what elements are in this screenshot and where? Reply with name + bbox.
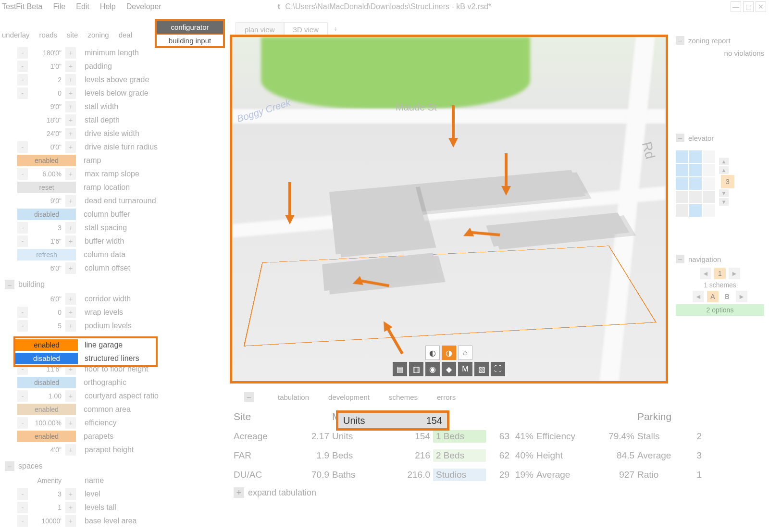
value-field[interactable]: 4'0" bbox=[29, 444, 65, 456]
value-field[interactable]: 1 bbox=[29, 502, 65, 513]
increment-button[interactable]: + bbox=[65, 128, 76, 139]
value-field[interactable]: 1'6" bbox=[29, 235, 65, 247]
toggle-common-area[interactable]: enabled bbox=[17, 404, 76, 415]
decrement-button[interactable]: - bbox=[17, 235, 28, 247]
tab-roads[interactable]: roads bbox=[39, 31, 58, 42]
value-field[interactable]: 6.00% bbox=[29, 168, 65, 180]
increment-button[interactable]: + bbox=[65, 262, 76, 274]
line-garage-enabled[interactable]: enabled bbox=[15, 339, 78, 351]
value-field[interactable]: 5 bbox=[29, 320, 65, 332]
toggle-column-buffer[interactable]: disabled bbox=[17, 209, 76, 220]
option-b[interactable]: B bbox=[721, 293, 733, 300]
decrement-button[interactable]: - bbox=[17, 168, 28, 180]
value-field[interactable]: 6'0" bbox=[29, 293, 65, 305]
value-field[interactable]: 10000' bbox=[29, 515, 65, 527]
scheme-number[interactable]: 1 bbox=[714, 268, 726, 279]
toggle-column-data[interactable]: refresh bbox=[17, 249, 76, 260]
nav-prev[interactable]: ◄ bbox=[700, 268, 711, 279]
tab-schemes[interactable]: schemes bbox=[389, 393, 418, 401]
value-field[interactable]: 18'0" bbox=[29, 114, 65, 126]
increment-button[interactable]: + bbox=[65, 141, 76, 153]
value-field[interactable]: 24'0" bbox=[29, 128, 65, 139]
decrement-button[interactable]: - bbox=[17, 515, 28, 527]
vp-btn-3[interactable]: ◉ bbox=[425, 362, 440, 376]
toggle-parapets[interactable]: enabled bbox=[17, 431, 76, 442]
tab-site[interactable]: site bbox=[67, 31, 78, 42]
increment-button[interactable]: + bbox=[65, 488, 76, 500]
collapse-spaces-icon[interactable]: – bbox=[5, 461, 14, 471]
elevator-level[interactable]: 3 bbox=[721, 175, 734, 188]
decrement-button[interactable]: - bbox=[17, 488, 28, 500]
increment-button[interactable]: + bbox=[65, 114, 76, 126]
decrement-button[interactable]: - bbox=[17, 74, 28, 86]
tab-development[interactable]: development bbox=[328, 393, 370, 401]
toggle-ramp[interactable]: enabled bbox=[17, 155, 76, 166]
value-field[interactable]: 3 bbox=[29, 222, 65, 234]
contrast-icon[interactable]: ◑ bbox=[442, 346, 456, 360]
value-field[interactable]: 180'0" bbox=[29, 47, 65, 59]
decrement-button[interactable]: - bbox=[17, 47, 28, 59]
increment-button[interactable]: + bbox=[65, 47, 76, 59]
decrement-button[interactable]: - bbox=[17, 87, 28, 99]
3d-viewport[interactable]: Maude St Boggy Creek Rd ◐ ◑ ⌂ ▤ bbox=[230, 35, 668, 384]
maximize-button[interactable]: ▢ bbox=[743, 1, 754, 12]
configurator-dropdown[interactable]: configurator building input bbox=[155, 19, 225, 48]
increment-button[interactable]: + bbox=[65, 195, 76, 207]
increment-button[interactable]: + bbox=[65, 101, 76, 112]
increment-button[interactable]: + bbox=[65, 168, 76, 180]
elevator-grid[interactable] bbox=[676, 150, 715, 217]
option-a[interactable]: A bbox=[707, 291, 719, 302]
value-field[interactable]: 9'0" bbox=[29, 195, 65, 207]
value-field[interactable]: 6'0" bbox=[29, 262, 65, 274]
tab-underlay[interactable]: underlay bbox=[2, 31, 30, 42]
value-field[interactable]: 0 bbox=[29, 307, 65, 318]
value-field[interactable]: 1'0" bbox=[29, 61, 65, 72]
increment-button[interactable]: + bbox=[65, 444, 76, 456]
increment-button[interactable]: + bbox=[65, 87, 76, 99]
toggle-orthographic[interactable]: disabled bbox=[17, 377, 76, 388]
building-input-option[interactable]: building input bbox=[157, 34, 223, 46]
decrement-button[interactable]: - bbox=[17, 61, 28, 72]
vp-btn-m[interactable]: M bbox=[458, 362, 472, 376]
value-field[interactable]: 0'0" bbox=[29, 141, 65, 153]
value-field[interactable]: 2 bbox=[29, 74, 65, 86]
increment-button[interactable]: + bbox=[65, 74, 76, 86]
vp-btn-5[interactable]: ▧ bbox=[474, 362, 489, 376]
toggle-ramp-location[interactable]: reset bbox=[17, 182, 76, 193]
tab-deal[interactable]: deal bbox=[119, 31, 132, 42]
value-field[interactable]: 0 bbox=[29, 87, 65, 99]
decrement-button[interactable]: - bbox=[17, 502, 28, 513]
decrement-button[interactable]: - bbox=[17, 417, 28, 429]
collapse-building-icon[interactable]: – bbox=[5, 280, 14, 289]
chevron-down-icon[interactable]: ▼ bbox=[719, 198, 729, 206]
chevron-up-icon[interactable]: ▲ bbox=[719, 158, 729, 165]
decrement-button[interactable]: - bbox=[17, 390, 28, 402]
increment-button[interactable]: + bbox=[65, 515, 76, 527]
increment-button[interactable]: + bbox=[65, 235, 76, 247]
chevron-up-icon[interactable]: ▲ bbox=[719, 166, 729, 174]
tab-errors[interactable]: errors bbox=[437, 393, 456, 401]
collapse-tabulation-icon[interactable]: – bbox=[244, 392, 254, 402]
close-button[interactable]: ✕ bbox=[756, 1, 766, 12]
value-field[interactable]: 1.00 bbox=[29, 390, 65, 402]
collapse-navigation-icon[interactable]: – bbox=[676, 255, 684, 263]
increment-button[interactable]: + bbox=[65, 320, 76, 332]
vp-btn-2[interactable]: ▥ bbox=[409, 362, 423, 376]
tab-zoning[interactable]: zoning bbox=[87, 31, 109, 42]
sun-icon[interactable]: ◐ bbox=[425, 346, 440, 360]
increment-button[interactable]: + bbox=[65, 502, 76, 513]
minimize-button[interactable]: — bbox=[731, 1, 741, 12]
increment-button[interactable]: + bbox=[65, 222, 76, 234]
value-field[interactable]: 100.00% bbox=[29, 417, 65, 429]
expand-button[interactable]: + bbox=[234, 487, 244, 498]
vp-btn-4[interactable]: ◆ bbox=[442, 362, 456, 376]
increment-button[interactable]: + bbox=[65, 293, 76, 305]
collapse-elevator-icon[interactable]: – bbox=[676, 134, 684, 142]
vp-btn-1[interactable]: ▤ bbox=[393, 362, 407, 376]
collapse-zoning-icon[interactable]: – bbox=[676, 36, 684, 45]
increment-button[interactable]: + bbox=[65, 307, 76, 318]
chevron-down-icon[interactable]: ▼ bbox=[719, 189, 729, 197]
nav-prev-opt[interactable]: ◄ bbox=[693, 291, 704, 302]
fullscreen-icon[interactable]: ⛶ bbox=[491, 362, 505, 376]
structured-liners-disabled[interactable]: disabled bbox=[15, 353, 78, 364]
